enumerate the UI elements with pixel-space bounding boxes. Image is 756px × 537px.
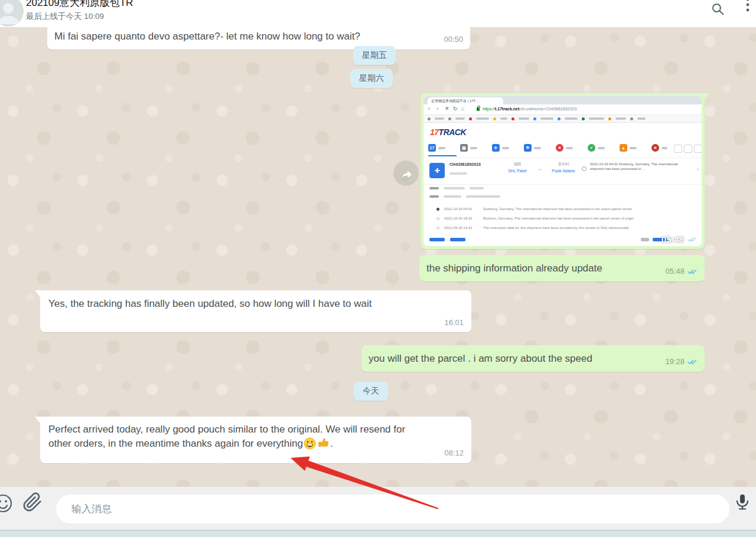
tracking-event: 2021-10-15 18:23 Bochum, Germany, The in… — [423, 214, 702, 222]
window-bottom-strip — [0, 530, 756, 537]
back-icon: ‹ — [428, 106, 430, 112]
chat-header[interactable]: 202109意大利原版包TR 最后上线于今天 10:09 — [0, 0, 756, 27]
image-message-time: 05:48 — [662, 234, 697, 244]
url-text: https://t.17track.net/zh-cn#nums=CH43961… — [483, 107, 576, 111]
lock-icon — [477, 107, 480, 111]
avatar[interactable] — [0, 0, 24, 27]
date-badge-today: 今天 — [354, 382, 388, 401]
page-links — [429, 238, 465, 241]
date-badge-friday: 星期五 — [353, 46, 396, 65]
url-path: /zh-cn#nums=CH43961892023 — [519, 107, 576, 111]
browser-url-bar: ‹ › ✕ ↻ ⌂ https://t.17track.net/zh-cn#nu… — [423, 104, 702, 115]
message-time: 16:01 — [444, 318, 464, 327]
last-seen-status: 最后上线于今天 10:09 — [26, 11, 104, 22]
menu-kebab-icon[interactable] — [745, 0, 750, 17]
tracking-screenshot-image: 全球物流查询跟踪平台 | 17T… ‹ › ✕ ↻ ⌂ https://t.17… — [423, 96, 702, 246]
default-person-icon — [0, 0, 24, 27]
tracking-event: 2021-10-19 04:01 Duisburg, Germany, The … — [423, 205, 702, 213]
browser-tab-title: 全球物流查询跟踪平台 | 17T… — [428, 97, 503, 104]
message-text: the shipping information already update — [426, 261, 602, 276]
tracking-number: CH43961892023 — [449, 162, 481, 166]
bookmarks-bar — [423, 115, 702, 123]
home-icon: ⌂ — [461, 106, 464, 112]
tracking-event: 2021-09-18 14:10 The instruction data fo… — [423, 224, 702, 232]
origin-carrier: 德国 DHL Paket — [500, 162, 535, 173]
message-text: Mi fai sapere quanto devo aspettare?- le… — [54, 30, 360, 44]
close-icon: ✕ — [445, 106, 449, 112]
search-icon[interactable] — [711, 2, 725, 17]
17track-page: 17TRACK 17 ▤ ✈ ⚑ ✕ ✓ ▲ ✕ ✚ CH43961892023 — [423, 123, 702, 246]
chevron-right-icon: › — [697, 166, 699, 172]
message-outgoing[interactable]: the shipping information already update … — [419, 255, 705, 281]
emoji-icon[interactable] — [0, 493, 14, 514]
message-text: Yes, the tracking has finally been updat… — [48, 298, 372, 309]
message-time: 05:48 — [665, 267, 698, 276]
url-host: t.17track.net — [495, 107, 519, 111]
active-tab-underline — [428, 155, 457, 156]
route-separator: — — [538, 167, 542, 171]
read-receipt-icon — [686, 268, 698, 275]
share-arrow-icon — [399, 166, 413, 181]
17track-logo: 17TRACK — [430, 127, 466, 137]
message-incoming[interactable]: Yes, the tracking has finally been updat… — [40, 290, 471, 332]
message-outgoing-image[interactable]: 全球物流查询跟踪平台 | 17T… ‹ › ✕ ↻ ⌂ https://t.17… — [421, 93, 705, 249]
message-input[interactable] — [56, 495, 729, 523]
thumbs-up-emoji-icon — [317, 437, 330, 450]
tracking-category-tabs: 17 ▤ ✈ ⚑ ✕ ✓ ▲ ✕ — [423, 142, 702, 156]
read-receipt-icon — [686, 236, 697, 243]
message-text: Perfect arrived today, really good pouch… — [48, 424, 405, 449]
message-outgoing[interactable]: you will get the parcel . i am sorry abo… — [361, 345, 705, 372]
message-time: 08:12 — [444, 448, 464, 457]
bookmark-favicon — [428, 117, 431, 120]
browser-tab-bar: 全球物流查询跟踪平台 | 17T… — [423, 96, 702, 104]
forward-icon: › — [436, 106, 438, 112]
message-time: 00:50 — [444, 35, 463, 44]
contact-name: 202109意大利原版包TR — [26, 0, 133, 9]
composer-bar — [0, 487, 756, 530]
latest-status: 2021-10-19 04:01 Duisburg, Germany, The … — [590, 162, 686, 171]
grinning-emoji-icon — [304, 437, 316, 450]
attach-paperclip-icon[interactable] — [22, 492, 43, 512]
settings-icon — [582, 166, 586, 171]
info-row — [429, 187, 484, 189]
destination-carrier: 意大利 Poste Italiane — [545, 162, 582, 173]
forward-button[interactable] — [393, 161, 419, 186]
message-time: 19:28 — [665, 357, 698, 366]
url-scheme: https:// — [483, 107, 495, 111]
shipment-card: ✚ CH43961892023 德国 DHL Paket — 意大利 Poste… — [423, 158, 702, 185]
message-incoming[interactable]: Perfect arrived today, really good pouch… — [40, 417, 471, 463]
mic-icon[interactable] — [734, 493, 751, 511]
message-text: you will get the parcel . i am sorry abo… — [369, 352, 592, 366]
info-row — [429, 195, 500, 198]
date-badge-saturday: 星期六 — [350, 69, 393, 88]
refresh-icon: ↻ — [453, 106, 458, 112]
read-receipt-icon — [686, 358, 698, 365]
tab-17-icon: 17 — [428, 144, 436, 152]
shipment-icon: ✚ — [429, 163, 445, 178]
